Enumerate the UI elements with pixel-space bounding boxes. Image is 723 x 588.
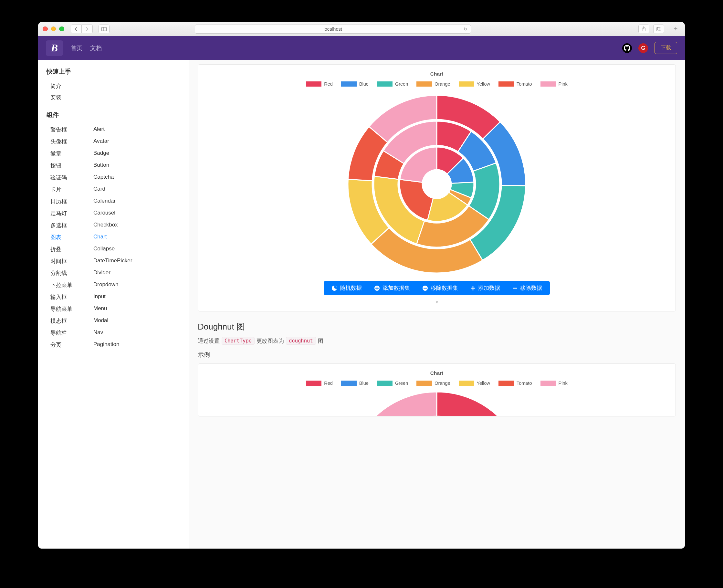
nav-back-button[interactable] <box>71 24 82 33</box>
nav-forward-button[interactable] <box>82 24 93 33</box>
sidebar-item-chart[interactable]: 图表Chart <box>46 231 186 243</box>
sidebar-item-button[interactable]: 按钮Button <box>46 160 186 171</box>
legend-label: Green <box>395 381 408 386</box>
legend-item[interactable]: Tomato <box>498 81 532 87</box>
minimize-icon[interactable] <box>51 26 56 31</box>
sidebar-item-en: Nav <box>93 329 103 337</box>
titlebar-right-tools <box>637 24 664 33</box>
legend-label: Red <box>324 381 333 386</box>
legend-item[interactable]: Orange <box>417 81 450 87</box>
add-dataset-button[interactable]: 添加数据集 <box>374 284 410 292</box>
sidebar-item-badge[interactable]: 徽章Badge <box>46 148 186 160</box>
legend-swatch <box>498 81 514 87</box>
sidebar-item-calendar[interactable]: 日历框Calendar <box>46 195 186 207</box>
sidebar-item-en: Badge <box>93 150 109 158</box>
sidebar-item-menu[interactable]: 导航菜单Menu <box>46 303 186 315</box>
doughnut-chart-title: Chart <box>430 370 443 376</box>
minus-circle-icon <box>422 285 428 291</box>
sidebar-item-divider[interactable]: 分割线Divider <box>46 267 186 279</box>
sidebar-item[interactable]: 安装 <box>46 92 186 103</box>
gitee-icon[interactable]: G <box>638 43 648 53</box>
sidebar-item-en: Avatar <box>93 138 109 145</box>
sidebar-item-cn: 分页 <box>46 341 93 349</box>
legend-item[interactable]: Yellow <box>459 81 490 87</box>
legend-label: Yellow <box>477 381 490 386</box>
sidebar-item[interactable]: 简介 <box>46 81 186 92</box>
legend-swatch <box>459 381 474 386</box>
legend-item[interactable]: Tomato <box>498 381 532 386</box>
legend-swatch <box>341 81 357 87</box>
legend-swatch <box>540 81 556 87</box>
sidebar[interactable]: 快速上手 简介安装 组件 警告框Alert头像框Avatar徽章Badge按钮B… <box>38 60 189 549</box>
desc-text-mid: 更改图表为 <box>256 337 284 345</box>
sidebar-item-cn: 时间框 <box>46 257 93 265</box>
sidebar-item-avatar[interactable]: 头像框Avatar <box>46 136 186 148</box>
sidebar-item-collapse[interactable]: 折叠Collapse <box>46 243 186 255</box>
maximize-icon[interactable] <box>59 26 64 31</box>
sidebar-item-en: Button <box>93 162 109 169</box>
legend-item[interactable]: Green <box>377 81 408 87</box>
legend-item[interactable]: Pink <box>540 381 568 386</box>
legend-item[interactable]: Yellow <box>459 381 490 386</box>
doughnut-chart-peek <box>346 390 527 416</box>
app-logo[interactable]: B <box>46 40 63 56</box>
tabs-button[interactable] <box>653 24 664 33</box>
github-icon[interactable] <box>622 43 632 53</box>
traffic-lights <box>43 26 64 31</box>
sidebar-item-cn: 折叠 <box>46 246 93 253</box>
svg-point-5 <box>422 170 451 199</box>
sidebar-item-captcha[interactable]: 验证码Captcha <box>46 171 186 184</box>
reload-icon[interactable]: ↻ <box>464 26 467 31</box>
sidebar-item-cn: 导航栏 <box>46 329 93 337</box>
plus-icon <box>470 286 475 291</box>
legend-label: Tomato <box>516 81 532 87</box>
legend-item[interactable]: Red <box>306 381 333 386</box>
sidebar-item-datetimepicker[interactable]: 时间框DateTimePicker <box>46 255 186 267</box>
legend-swatch <box>306 81 321 87</box>
sidebar-item-alert[interactable]: 警告框Alert <box>46 124 186 136</box>
legend-swatch <box>498 381 514 386</box>
sidebar-item-checkbox[interactable]: 多选框Checkbox <box>46 219 186 231</box>
new-tab-button[interactable]: + <box>671 22 680 36</box>
legend-item[interactable]: Orange <box>417 381 450 386</box>
legend-item[interactable]: Blue <box>341 81 368 87</box>
nav-docs-link[interactable]: 文档 <box>90 44 102 52</box>
sidebar-heading-components: 组件 <box>46 111 186 119</box>
nav-home-link[interactable]: 首页 <box>71 44 82 52</box>
sidebar-item-cn: 分割线 <box>46 270 93 277</box>
legend-item[interactable]: Green <box>377 381 408 386</box>
example-heading: 示例 <box>198 351 676 359</box>
sidebar-item-en: DateTimePicker <box>93 257 132 265</box>
close-icon[interactable] <box>43 26 48 31</box>
address-bar[interactable]: localhost ↻ <box>195 24 471 34</box>
random-data-button[interactable]: 随机数据 <box>332 284 362 292</box>
share-button[interactable] <box>638 24 649 33</box>
sidebar-item-dropdown[interactable]: 下拉菜单Dropdown <box>46 279 186 291</box>
download-button[interactable]: 下载 <box>655 42 677 54</box>
sidebar-item-cn: 验证码 <box>46 174 93 181</box>
legend-item[interactable]: Red <box>306 81 333 87</box>
chart-title: Chart <box>430 71 443 77</box>
doughnut-demo-card: Chart RedBlueGreenOrangeYellowTomatoPink <box>198 363 676 417</box>
sidebar-toggle-button[interactable] <box>99 24 109 33</box>
remove-dataset-button[interactable]: 移除数据集 <box>422 284 458 292</box>
nav-back-forward <box>71 24 93 33</box>
add-data-button[interactable]: 添加数据 <box>470 284 500 292</box>
legend-item[interactable]: Blue <box>341 381 368 386</box>
sidebar-item-card[interactable]: 卡片Card <box>46 184 186 195</box>
sidebar-item-nav[interactable]: 导航栏Nav <box>46 327 186 339</box>
legend-item[interactable]: Pink <box>540 81 568 87</box>
sidebar-item-input[interactable]: 输入框Input <box>46 291 186 303</box>
legend-label: Blue <box>359 81 368 87</box>
browser-titlebar: localhost ↻ + <box>38 22 685 36</box>
sidebar-item-en: Pagination <box>93 341 119 349</box>
sidebar-item-pagination[interactable]: 分页Pagination <box>46 339 186 351</box>
chevron-down-icon[interactable]: ▾ <box>436 299 438 304</box>
sidebar-item-cn: 警告框 <box>46 126 93 133</box>
main-content[interactable]: Chart RedBlueGreenOrangeYellowTomatoPink… <box>189 60 685 549</box>
remove-data-button[interactable]: 移除数据 <box>512 284 542 292</box>
sidebar-item-modal[interactable]: 模态框Modal <box>46 315 186 327</box>
sidebar-item-carousel[interactable]: 走马灯Carousel <box>46 207 186 219</box>
desc-code-doughnut: doughnut <box>286 337 316 345</box>
sidebar-item-cn: 模态框 <box>46 317 93 325</box>
